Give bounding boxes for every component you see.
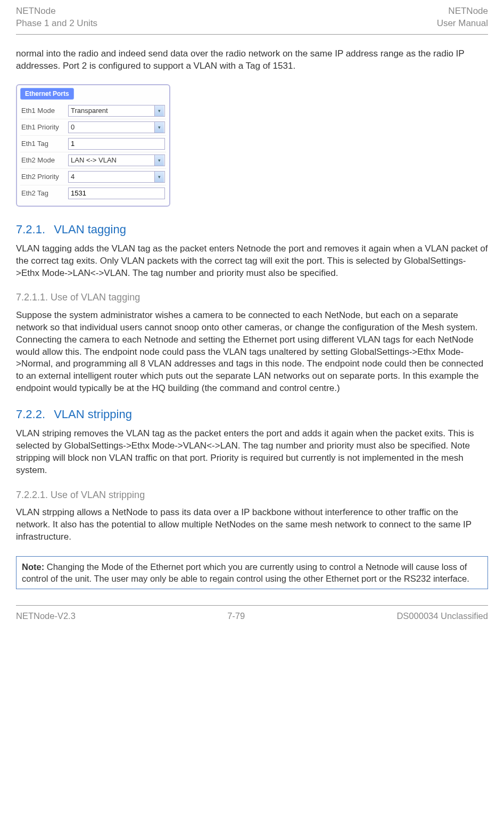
heading-722-num: 7.2.2. bbox=[16, 408, 45, 421]
heading-7211-num: 7.2.1.1. bbox=[16, 292, 48, 303]
panel-title: Ethernet Ports bbox=[20, 88, 74, 100]
heading-721: 7.2.1. VLAN tagging bbox=[16, 222, 488, 238]
row-eth1-tag: Eth1 Tag bbox=[20, 136, 166, 152]
heading-721-title: VLAN tagging bbox=[54, 223, 126, 236]
heading-721-num: 7.2.1. bbox=[16, 223, 45, 236]
eth2-priority-value: 4 bbox=[71, 172, 75, 182]
eth2-tag-label: Eth2 Tag bbox=[21, 189, 68, 198]
footer-center: 7-79 bbox=[227, 610, 245, 622]
eth2-tag-input[interactable] bbox=[68, 188, 165, 199]
heading-7221-num: 7.2.2.1. bbox=[16, 490, 48, 500]
row-eth2-mode: Eth2 Mode LAN <-> VLAN ▾ bbox=[20, 152, 166, 169]
note-body: Changing the Mode of the Ethernet port w… bbox=[22, 562, 469, 583]
header-right-line2: User Manual bbox=[437, 18, 488, 30]
eth1-priority-label: Eth1 Priority bbox=[21, 123, 68, 132]
chevron-down-icon: ▾ bbox=[154, 105, 164, 116]
heading-722-title: VLAN stripping bbox=[54, 408, 132, 421]
eth1-priority-select[interactable]: 0 ▾ bbox=[68, 121, 165, 133]
intro-paragraph: normal into the radio and indeed send da… bbox=[16, 48, 488, 72]
eth2-priority-select[interactable]: 4 ▾ bbox=[68, 171, 165, 183]
chevron-down-icon: ▾ bbox=[154, 155, 164, 166]
row-eth2-priority: Eth2 Priority 4 ▾ bbox=[20, 169, 166, 185]
para-7221: VLAN strpping allows a NetNode to pass i… bbox=[16, 507, 488, 543]
row-eth2-tag: Eth2 Tag bbox=[20, 185, 166, 201]
eth1-mode-select[interactable]: Transparent ▾ bbox=[68, 105, 165, 117]
eth2-priority-label: Eth2 Priority bbox=[21, 172, 68, 182]
header-right-line1: NETNode bbox=[437, 5, 488, 18]
para-721: VLAN tagging adds the VLAN tag as the pa… bbox=[16, 243, 488, 280]
para-7211: Suppose the system administrator wishes … bbox=[16, 309, 488, 395]
header-left-line2: Phase 1 and 2 Units bbox=[16, 18, 97, 30]
eth2-mode-select[interactable]: LAN <-> VLAN ▾ bbox=[68, 154, 165, 166]
footer-right: DS000034 Unclassified bbox=[396, 610, 488, 622]
header-left: NETNode Phase 1 and 2 Units bbox=[16, 5, 97, 30]
page-header: NETNode Phase 1 and 2 Units NETNode User… bbox=[16, 5, 488, 35]
eth1-mode-label: Eth1 Mode bbox=[21, 106, 68, 116]
para-722: VLAN striping removes the VLAN tag as th… bbox=[16, 428, 488, 477]
chevron-down-icon: ▾ bbox=[154, 122, 164, 133]
footer-left: NETNode-V2.3 bbox=[16, 610, 76, 622]
row-eth1-priority: Eth1 Priority 0 ▾ bbox=[20, 119, 166, 136]
page-footer: NETNode-V2.3 7-79 DS000034 Unclassified bbox=[16, 605, 488, 622]
header-right: NETNode User Manual bbox=[437, 5, 488, 30]
eth1-tag-input[interactable] bbox=[68, 138, 165, 150]
eth1-priority-value: 0 bbox=[71, 123, 75, 132]
header-left-line1: NETNode bbox=[16, 5, 97, 18]
eth1-mode-value: Transparent bbox=[71, 106, 108, 116]
note-label: Note: bbox=[22, 562, 44, 572]
heading-7221-title: Use of VLAN stripping bbox=[51, 490, 145, 500]
note-box: Note: Changing the Mode of the Ethernet … bbox=[16, 556, 488, 590]
eth2-mode-label: Eth2 Mode bbox=[21, 156, 68, 165]
heading-7211-title: Use of VLAN tagging bbox=[51, 292, 140, 303]
heading-7211: 7.2.1.1. Use of VLAN tagging bbox=[16, 291, 488, 304]
heading-7221: 7.2.2.1. Use of VLAN stripping bbox=[16, 488, 488, 501]
eth2-mode-value: LAN <-> VLAN bbox=[71, 156, 117, 165]
ethernet-ports-panel: Ethernet Ports Eth1 Mode Transparent ▾ E… bbox=[16, 84, 170, 207]
heading-722: 7.2.2. VLAN stripping bbox=[16, 406, 488, 422]
eth1-tag-label: Eth1 Tag bbox=[21, 139, 68, 149]
row-eth1-mode: Eth1 Mode Transparent ▾ bbox=[20, 103, 166, 119]
chevron-down-icon: ▾ bbox=[154, 172, 164, 182]
